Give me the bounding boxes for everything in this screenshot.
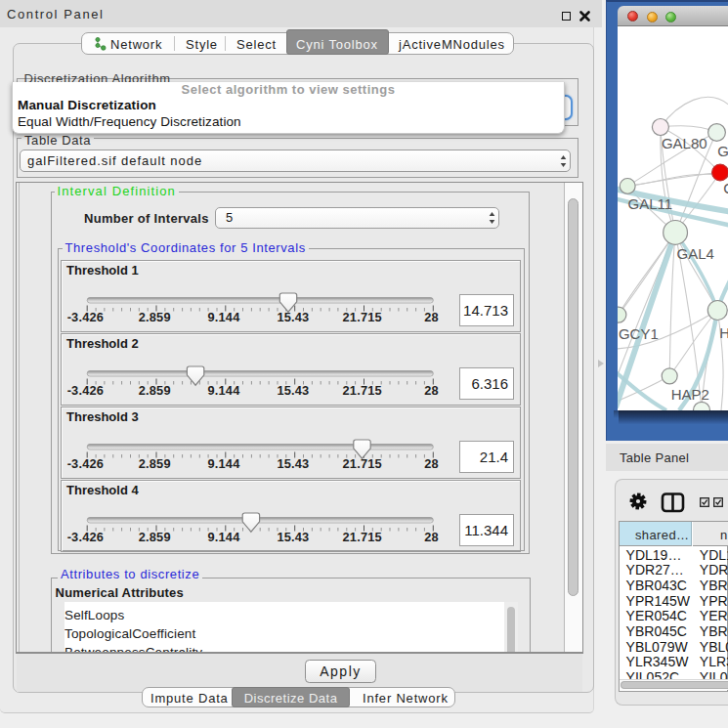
svg-text:-3.426: -3.426 bbox=[67, 456, 105, 471]
svg-text:-3.426: -3.426 bbox=[67, 530, 105, 544]
svg-text:15.43: 15.43 bbox=[277, 530, 309, 544]
svg-text:9.144: 9.144 bbox=[207, 456, 240, 471]
svg-text:H: H bbox=[719, 323, 728, 340]
svg-text:21.715: 21.715 bbox=[343, 310, 382, 324]
svg-text:28: 28 bbox=[424, 456, 439, 471]
svg-text:GAL11: GAL11 bbox=[627, 194, 672, 211]
svg-text:9.144: 9.144 bbox=[207, 310, 240, 324]
svg-text:2.859: 2.859 bbox=[139, 530, 171, 544]
svg-text:HAP2: HAP2 bbox=[670, 386, 708, 403]
svg-text:-3.426: -3.426 bbox=[67, 310, 105, 324]
svg-text:2.859: 2.859 bbox=[139, 456, 171, 471]
svg-text:28: 28 bbox=[424, 530, 439, 544]
svg-text:GAL80: GAL80 bbox=[661, 135, 707, 151]
svg-text:15.43: 15.43 bbox=[277, 383, 309, 398]
svg-text:9.144: 9.144 bbox=[207, 383, 240, 398]
svg-text:21.715: 21.715 bbox=[343, 383, 382, 398]
svg-text:C: C bbox=[723, 179, 728, 195]
svg-text:2.859: 2.859 bbox=[139, 310, 171, 324]
svg-text:GCY1: GCY1 bbox=[618, 325, 658, 342]
svg-text:2.859: 2.859 bbox=[139, 383, 171, 398]
svg-text:28: 28 bbox=[424, 383, 439, 398]
svg-text:-3.426: -3.426 bbox=[67, 383, 105, 398]
svg-text:15.43: 15.43 bbox=[277, 310, 309, 324]
svg-text:28: 28 bbox=[424, 310, 439, 324]
svg-text:9.144: 9.144 bbox=[207, 530, 240, 544]
svg-text:15.43: 15.43 bbox=[277, 456, 309, 471]
svg-text:GAL4: GAL4 bbox=[676, 245, 713, 262]
svg-text:GA: GA bbox=[717, 143, 728, 159]
svg-text:21.715: 21.715 bbox=[343, 530, 382, 544]
